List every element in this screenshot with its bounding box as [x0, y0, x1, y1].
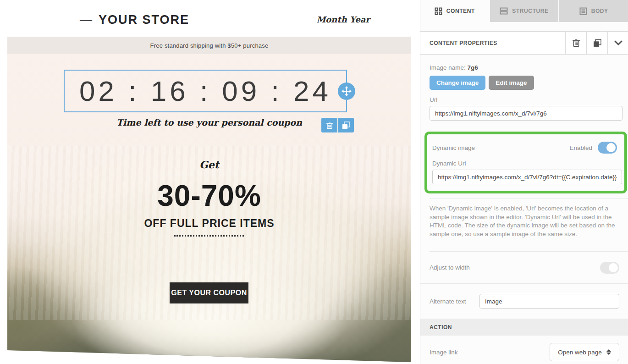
dotted-divider [174, 235, 244, 237]
change-image-button[interactable]: Change image [430, 76, 485, 90]
dynamic-image-label: Dynamic image [432, 144, 569, 151]
tab-body[interactable]: BODY [558, 0, 628, 22]
alternate-text-input[interactable] [479, 294, 619, 309]
tab-label: STRUCTURE [512, 8, 548, 14]
dynamic-image-row: Dynamic image Enabled [432, 142, 617, 154]
tab-structure[interactable]: STRUCTURE [489, 0, 559, 22]
adjust-to-width-label: Adjust to width [430, 264, 600, 271]
document-icon [579, 7, 587, 15]
copy-icon [342, 121, 350, 129]
logo-dash: — [80, 13, 92, 27]
duplicate-block-button[interactable] [338, 118, 354, 132]
tab-label: CONTENT [446, 8, 475, 14]
tab-label: BODY [591, 8, 608, 14]
chevron-down-icon [614, 40, 622, 45]
dynamic-url-input[interactable] [432, 170, 622, 184]
up-down-spinner-icon [606, 349, 611, 355]
image-name-row: Image name: 7g6 [430, 64, 628, 71]
url-input[interactable] [430, 106, 622, 121]
image-name-label: Image name: [430, 64, 466, 71]
store-logo: —YOUR STORE [80, 13, 189, 27]
image-link-label: Image link [430, 349, 550, 356]
grid-icon [435, 7, 442, 15]
dynamic-image-toggle[interactable] [598, 142, 617, 154]
alternate-text-label: Alternate text [430, 298, 479, 305]
countdown-selection[interactable]: 02 : 16 : 09 : 24 [64, 70, 347, 112]
copy-icon [593, 39, 601, 47]
dynamic-url-label: Dynamic Url [432, 160, 624, 167]
toggle-knob [609, 263, 618, 272]
coupon-cta-button[interactable]: GET YOUR COUPON [170, 282, 248, 303]
trash-icon [572, 39, 580, 47]
trash-icon [326, 121, 333, 129]
tab-content[interactable]: CONTENT [420, 0, 489, 22]
adjust-to-width-row: Adjust to width [420, 252, 628, 284]
dynamic-image-help-text: When 'Dynamic image' is enabled, 'Url' b… [430, 204, 619, 238]
image-link-select[interactable]: Open web page [550, 343, 619, 361]
logo-text: YOUR STORE [99, 13, 189, 27]
hero-image: 02 : 16 : 09 : 24 Time left to [7, 54, 411, 364]
panel-tabs: CONTENT STRUCTURE BODY [420, 0, 628, 22]
shipping-banner: Free standard shipping with $50+ purchas… [7, 37, 411, 54]
panel-header: CONTENT PROPERTIES [420, 31, 628, 55]
dynamic-image-highlight: Dynamic image Enabled Dynamic Url [424, 132, 627, 193]
dynamic-image-state: Enabled [569, 144, 592, 151]
email-header: —YOUR STORE Month Year [7, 0, 411, 37]
panel-title: CONTENT PROPERTIES [420, 32, 565, 54]
image-buttons-row: Change image Edit image [430, 76, 628, 90]
properties-panel: CONTENT STRUCTURE BODY CONTENT PROPERTIE… [420, 0, 628, 364]
delete-content-button[interactable] [565, 32, 586, 54]
toggle-knob [606, 143, 616, 152]
image-link-row: Image link Open web page [420, 343, 628, 361]
move-icon [342, 86, 352, 96]
collapse-panel-button[interactable] [607, 32, 628, 54]
promo-headline: 30-70% [7, 179, 411, 213]
adjust-to-width-toggle[interactable] [600, 262, 619, 274]
edit-image-button[interactable]: Edit image [489, 76, 534, 90]
url-label: Url [430, 96, 628, 103]
issue-date: Month Year [316, 15, 370, 24]
promo-lead: Get [7, 159, 411, 171]
promo-subline: OFF FULL PRICE ITEMS [7, 217, 411, 230]
countdown-image[interactable]: 02 : 16 : 09 : 24 [79, 75, 331, 107]
block-toolbar [321, 118, 354, 132]
rows-icon [500, 7, 508, 15]
editor-canvas: —YOUR STORE Month Year Free standard shi… [0, 0, 628, 364]
alternate-text-row: Alternate text [420, 284, 628, 319]
email-preview-pane: —YOUR STORE Month Year Free standard shi… [7, 0, 411, 364]
image-link-value: Open web page [558, 349, 601, 356]
delete-block-button[interactable] [321, 118, 337, 132]
image-name-value: 7g6 [468, 64, 478, 71]
action-section-header: ACTION [420, 319, 628, 336]
divider [430, 199, 628, 199]
move-handle[interactable] [338, 83, 355, 100]
duplicate-content-button[interactable] [586, 32, 607, 54]
panel-body: Image name: 7g6 Change image Edit image … [420, 55, 628, 364]
